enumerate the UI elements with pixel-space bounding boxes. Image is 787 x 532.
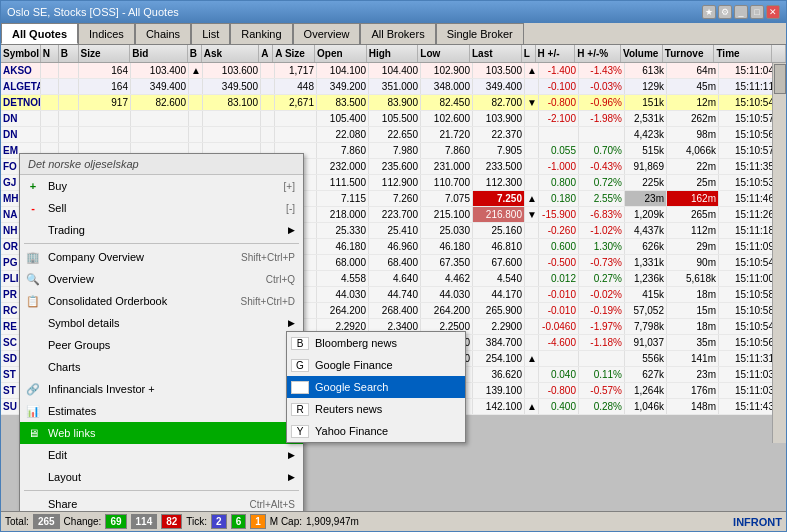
submenu-item-google-finance-label: Google Finance: [315, 359, 393, 371]
title-bar: Oslo SE, Stocks [OSS] - All Quotes ★ ⚙ _…: [1, 1, 786, 23]
tab-single-broker[interactable]: Single Broker: [436, 23, 524, 44]
menu-header: Det norske oljeselskap: [20, 154, 303, 175]
menu-item-orderbook-shortcut: Shift+Ctrl+D: [241, 296, 295, 307]
menu-item-edit[interactable]: Edit ▶: [20, 444, 303, 466]
menu-item-symbol-details[interactable]: Symbol details ▶: [20, 312, 303, 334]
menu-item-company-overview[interactable]: 🏢 Company Overview Shift+Ctrl+P: [20, 246, 303, 268]
symbol-details-arrow: ▶: [288, 318, 295, 328]
estimates-icon: 📊: [24, 405, 42, 418]
orderbook-icon: 📋: [24, 295, 42, 308]
col-symbol[interactable]: Symbol: [1, 45, 41, 62]
menu-item-company-overview-shortcut: Shift+Ctrl+P: [241, 252, 295, 263]
menu-item-buy[interactable]: + Buy [+]: [20, 175, 303, 197]
col-asize[interactable]: A Size: [273, 45, 315, 62]
table-row[interactable]: DETNOR 917 82.600 83.100 2,671 83.500 83…: [1, 95, 786, 111]
minimize-btn[interactable]: _: [734, 5, 748, 19]
sell-icon: -: [24, 202, 42, 214]
star-btn[interactable]: ★: [702, 5, 716, 19]
menu-item-share[interactable]: Share Ctrl+Alt+S: [20, 493, 303, 511]
menu-item-web-links[interactable]: 🖥 Web links ▶: [20, 422, 303, 444]
col-a[interactable]: A: [259, 45, 273, 62]
layout-arrow: ▶: [288, 472, 295, 482]
col-scroll: [772, 45, 786, 62]
col-turnover[interactable]: Turnove: [663, 45, 715, 62]
tab-chains[interactable]: Chains: [135, 23, 191, 44]
submenu-item-bloomberg[interactable]: B Bloomberg news: [287, 332, 465, 354]
menu-item-infinancials[interactable]: 🔗 Infinancials Investor + ▶: [20, 378, 303, 400]
col-b2[interactable]: B: [188, 45, 202, 62]
submenu-item-reuters-label: Reuters news: [315, 403, 382, 415]
menu-item-estimates[interactable]: 📊 Estimates ▶: [20, 400, 303, 422]
tab-indices[interactable]: Indices: [78, 23, 135, 44]
mcap-label: M Cap:: [270, 516, 302, 527]
context-menu: Det norske oljeselskap + Buy [+] - Sell …: [19, 153, 304, 511]
tab-ranking[interactable]: Ranking: [230, 23, 292, 44]
col-chg[interactable]: H +/-: [536, 45, 576, 62]
menu-item-sell-shortcut: [-]: [286, 203, 295, 214]
menu-item-buy-shortcut: [+]: [284, 181, 295, 192]
close-btn[interactable]: ✕: [766, 5, 780, 19]
change-label: Change:: [64, 516, 102, 527]
menu-separator-2: [24, 490, 299, 491]
submenu-item-yahoo[interactable]: Y Yahoo Finance: [287, 420, 465, 442]
menu-item-symbol-details-label: Symbol details: [48, 317, 120, 329]
col-l[interactable]: L: [522, 45, 536, 62]
col-last[interactable]: Last: [470, 45, 522, 62]
submenu-item-reuters[interactable]: R Reuters news: [287, 398, 465, 420]
col-ask[interactable]: Ask: [202, 45, 260, 62]
submenu-item-google-search[interactable]: G Google Search: [287, 376, 465, 398]
menu-item-edit-label: Edit: [48, 449, 67, 461]
scrollbar-thumb[interactable]: [774, 64, 786, 94]
col-low[interactable]: Low: [418, 45, 470, 62]
submenu-item-yahoo-label: Yahoo Finance: [315, 425, 388, 437]
menu-item-web-links-label: Web links: [48, 427, 95, 439]
col-chgpct[interactable]: H +/-%: [575, 45, 621, 62]
table-row[interactable]: DN 105.400 105.500 102.600 103.900 -2.10…: [1, 111, 786, 127]
submenu-item-google-finance[interactable]: G Google Finance: [287, 354, 465, 376]
tick-val2: 6: [231, 514, 247, 529]
menu-item-overview-shortcut: Ctrl+Q: [266, 274, 295, 285]
menu-item-trading[interactable]: Trading ▶: [20, 219, 303, 241]
trading-arrow: ▶: [288, 225, 295, 235]
app-window: Oslo SE, Stocks [OSS] - All Quotes ★ ⚙ _…: [0, 0, 787, 532]
col-bid[interactable]: Bid: [130, 45, 188, 62]
col-high[interactable]: High: [367, 45, 419, 62]
tab-all-quotes[interactable]: All Quotes: [1, 23, 78, 44]
menu-item-orderbook[interactable]: 📋 Consolidated Orderbook Shift+Ctrl+D: [20, 290, 303, 312]
menu-item-charts-label: Charts: [48, 361, 80, 373]
table-row[interactable]: DN 22.080 22.650 21.720 22.370 4,423k 98…: [1, 127, 786, 143]
col-time[interactable]: Time: [714, 45, 772, 62]
reuters-icon: R: [291, 403, 309, 416]
col-n[interactable]: N: [41, 45, 59, 62]
table-row[interactable]: AKSO 164 103.400 ▲ 103.600 1,717 104.100…: [1, 63, 786, 79]
status-bar: Total: 265 Change: 69 114 82 Tick: 2 6 1…: [1, 511, 786, 531]
menu-item-layout-label: Layout: [48, 471, 81, 483]
menu-item-overview[interactable]: 🔍 Overview Ctrl+Q: [20, 268, 303, 290]
menu-item-overview-label: Overview: [48, 273, 94, 285]
table-row[interactable]: ALGETA 164 349.400 349.500 448 349.200 3…: [1, 79, 786, 95]
menu-item-peer-groups[interactable]: Peer Groups ▶: [20, 334, 303, 356]
mcap-value: 1,909,947m: [306, 516, 359, 527]
maximize-btn[interactable]: □: [750, 5, 764, 19]
column-header: Symbol N B Size Bid B Ask A A Size Open …: [1, 45, 786, 63]
tab-overview[interactable]: Overview: [293, 23, 361, 44]
menu-item-layout[interactable]: Layout ▶: [20, 466, 303, 488]
scrollbar[interactable]: [772, 63, 786, 443]
col-b[interactable]: B: [59, 45, 79, 62]
bloomberg-icon: B: [291, 337, 309, 350]
menu-item-charts[interactable]: Charts ▶: [20, 356, 303, 378]
tab-all-brokers[interactable]: All Brokers: [360, 23, 435, 44]
settings-btn[interactable]: ⚙: [718, 5, 732, 19]
infront-logo: INFRONT: [733, 516, 782, 528]
tab-list[interactable]: List: [191, 23, 230, 44]
overview-icon: 🔍: [24, 273, 42, 286]
yahoo-icon: Y: [291, 425, 309, 438]
menu-item-sell[interactable]: - Sell [-]: [20, 197, 303, 219]
col-size[interactable]: Size: [79, 45, 131, 62]
web-links-icon: 🖥: [24, 427, 42, 439]
col-volume[interactable]: Volume: [621, 45, 663, 62]
col-open[interactable]: Open: [315, 45, 367, 62]
menu-item-orderbook-label: Consolidated Orderbook: [48, 295, 167, 307]
tick-val3: 1: [250, 514, 266, 529]
tab-bar: All Quotes Indices Chains List Ranking O…: [1, 23, 786, 45]
